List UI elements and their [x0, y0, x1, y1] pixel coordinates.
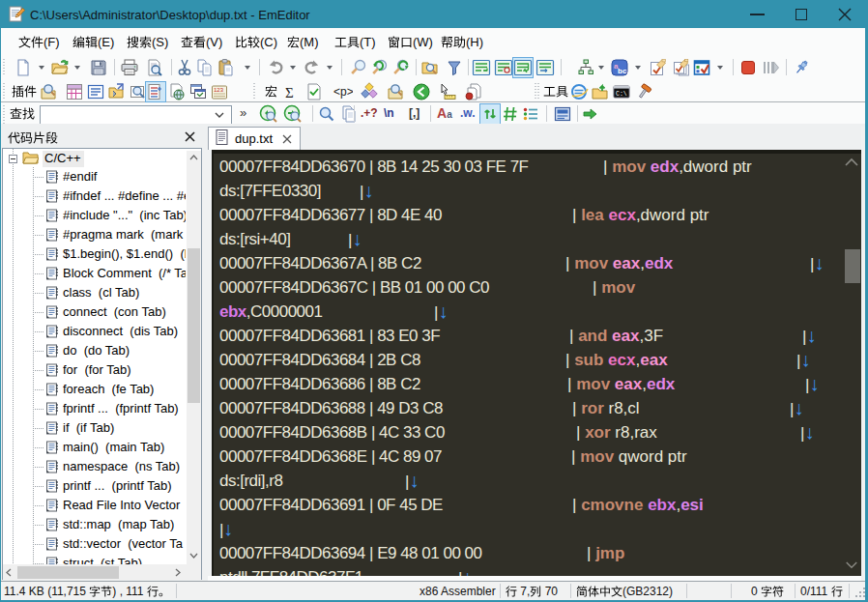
svg-text:Σ: Σ — [285, 85, 294, 100]
svg-text:bc: bc — [618, 67, 627, 75]
svg-text:123: 123 — [214, 87, 224, 93]
svg-text:<p>: <p> — [333, 85, 353, 99]
svg-text:C:\: C:\ — [616, 91, 627, 98]
